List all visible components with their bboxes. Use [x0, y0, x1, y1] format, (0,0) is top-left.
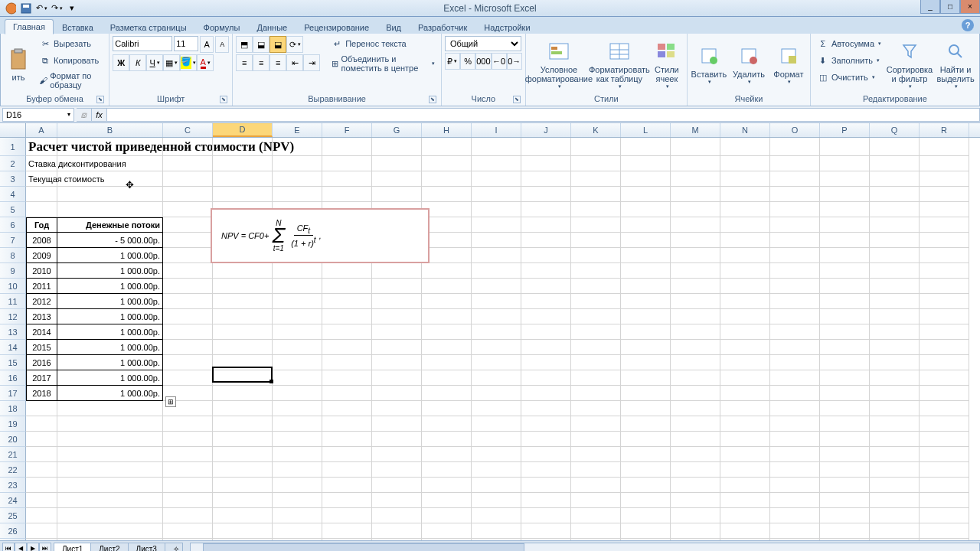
cell[interactable] — [26, 523, 57, 539]
cell[interactable] — [920, 355, 969, 370]
cell[interactable] — [720, 370, 770, 386]
cell[interactable] — [571, 279, 621, 294]
cell[interactable] — [571, 217, 621, 233]
cell[interactable] — [820, 462, 870, 478]
formula-image-object[interactable]: NPV = CF0 + N Σ t=1 CFt (1 + r)t , — [211, 208, 430, 263]
cell[interactable] — [472, 508, 521, 523]
font-name-combo[interactable] — [113, 36, 172, 51]
cell[interactable] — [322, 294, 372, 309]
cell[interactable] — [671, 279, 720, 294]
cell[interactable] — [720, 187, 770, 202]
cell[interactable] — [57, 138, 163, 156]
cell[interactable] — [521, 171, 571, 187]
cell[interactable] — [372, 171, 422, 187]
cell[interactable] — [770, 447, 820, 462]
cell[interactable] — [57, 523, 163, 539]
cell[interactable] — [720, 508, 770, 523]
sheet-tab[interactable]: Лист3 — [128, 543, 165, 552]
cell[interactable] — [920, 493, 969, 508]
cell[interactable] — [213, 493, 273, 508]
cell[interactable] — [621, 340, 671, 355]
row-header[interactable]: 7 — [0, 233, 26, 248]
cell[interactable] — [870, 462, 920, 478]
cell[interactable] — [521, 493, 571, 508]
cell[interactable] — [372, 523, 422, 539]
cell[interactable] — [870, 340, 920, 355]
cell[interactable] — [472, 309, 521, 324]
clear-button[interactable]: ◫Очистить▾ — [814, 70, 884, 85]
cell[interactable] — [422, 156, 472, 171]
cell[interactable] — [920, 248, 969, 263]
cell[interactable] — [273, 386, 322, 401]
cell[interactable] — [820, 523, 870, 539]
cell[interactable] — [521, 447, 571, 462]
cell[interactable] — [820, 138, 870, 156]
sheet-tab[interactable]: Лист1 — [54, 543, 91, 552]
cell[interactable] — [163, 233, 213, 248]
cell[interactable] — [322, 324, 372, 340]
cell[interactable] — [472, 171, 521, 187]
cell[interactable] — [273, 263, 322, 279]
cell[interactable] — [372, 340, 422, 355]
cell[interactable] — [372, 447, 422, 462]
cell[interactable] — [671, 539, 720, 540]
cell[interactable] — [770, 539, 820, 540]
cell[interactable] — [521, 478, 571, 493]
cell[interactable] — [322, 508, 372, 523]
cell[interactable] — [322, 432, 372, 447]
tab-addins[interactable]: Надстройки — [475, 20, 538, 34]
cell[interactable] — [621, 523, 671, 539]
cell[interactable] — [920, 401, 969, 416]
cell[interactable] — [571, 138, 621, 156]
cell[interactable] — [820, 294, 870, 309]
column-header[interactable]: O — [770, 123, 820, 137]
cell[interactable] — [472, 462, 521, 478]
cell[interactable] — [720, 171, 770, 187]
cell[interactable] — [770, 248, 820, 263]
cell[interactable] — [422, 462, 472, 478]
cell[interactable] — [372, 432, 422, 447]
wrap-text-button[interactable]: ↵Перенос текста — [328, 36, 438, 51]
cell[interactable] — [57, 508, 163, 523]
cell[interactable] — [571, 462, 621, 478]
cell[interactable] — [671, 309, 720, 324]
cell[interactable] — [213, 462, 273, 478]
cell[interactable] — [521, 539, 571, 540]
column-header[interactable]: N — [720, 123, 770, 137]
currency-button[interactable]: ₽▾ — [445, 53, 460, 70]
cell[interactable] — [273, 508, 322, 523]
cell[interactable] — [26, 401, 57, 416]
cell[interactable] — [422, 355, 472, 370]
cell[interactable] — [621, 187, 671, 202]
cell[interactable] — [571, 386, 621, 401]
cell[interactable] — [322, 370, 372, 386]
cell[interactable] — [213, 309, 273, 324]
cell[interactable] — [720, 478, 770, 493]
cell[interactable] — [621, 493, 671, 508]
percent-button[interactable]: % — [460, 53, 475, 70]
column-header[interactable]: H — [422, 123, 472, 137]
cell[interactable] — [472, 432, 521, 447]
cell[interactable] — [671, 156, 720, 171]
cell[interactable] — [521, 324, 571, 340]
cell[interactable] — [671, 138, 720, 156]
merge-center-button[interactable]: ⊞Объединить и поместить в центре▾ — [328, 53, 438, 74]
cell[interactable] — [372, 508, 422, 523]
cell[interactable] — [322, 539, 372, 540]
cell[interactable] — [472, 539, 521, 540]
cell[interactable]: 2010 — [26, 263, 57, 279]
cell[interactable] — [521, 279, 571, 294]
cell[interactable]: 2016 — [26, 355, 57, 370]
cell[interactable] — [870, 217, 920, 233]
cell[interactable] — [372, 156, 422, 171]
cell[interactable] — [571, 539, 621, 540]
column-header[interactable]: A — [26, 123, 57, 137]
cell[interactable] — [920, 171, 969, 187]
cell[interactable] — [163, 156, 213, 171]
cell[interactable] — [163, 462, 213, 478]
cell[interactable] — [422, 187, 472, 202]
cell[interactable] — [920, 156, 969, 171]
cell[interactable] — [571, 355, 621, 370]
column-header[interactable]: P — [820, 123, 870, 137]
cell-styles-button[interactable]: Стили ячеек▾ — [650, 36, 684, 93]
